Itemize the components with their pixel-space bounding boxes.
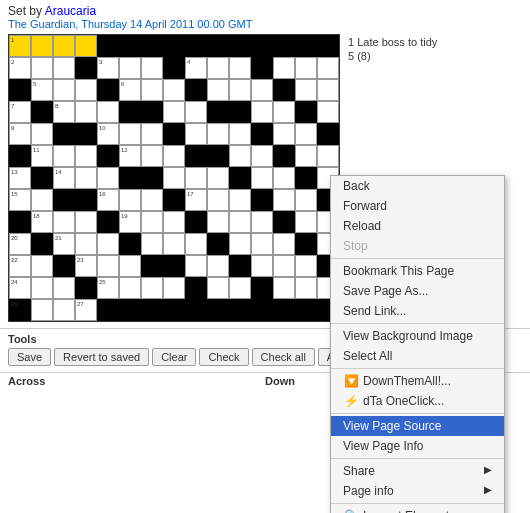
grid-cell-2-4[interactable] <box>97 79 119 101</box>
grid-cell-10-6[interactable] <box>141 255 163 277</box>
grid-cell-4-8[interactable] <box>185 123 207 145</box>
grid-cell-7-11[interactable] <box>251 189 273 211</box>
grid-cell-8-11[interactable] <box>251 211 273 233</box>
grid-cell-1-11[interactable] <box>251 57 273 79</box>
grid-cell-3-8[interactable] <box>185 101 207 123</box>
grid-cell-7-5[interactable] <box>119 189 141 211</box>
grid-cell-4-12[interactable] <box>273 123 295 145</box>
grid-cell-9-13[interactable] <box>295 233 317 255</box>
grid-cell-7-7[interactable] <box>163 189 185 211</box>
grid-cell-5-12[interactable] <box>273 145 295 167</box>
grid-cell-7-10[interactable] <box>229 189 251 211</box>
grid-cell-6-6[interactable] <box>141 167 163 189</box>
grid-cell-1-14[interactable] <box>317 57 339 79</box>
grid-cell-12-0[interactable]: 26 <box>9 299 31 321</box>
grid-cell-12-10[interactable] <box>229 299 251 321</box>
grid-cell-8-8[interactable] <box>185 211 207 233</box>
grid-cell-5-7[interactable] <box>163 145 185 167</box>
grid-cell-12-9[interactable] <box>207 299 229 321</box>
grid-cell-8-0[interactable] <box>9 211 31 233</box>
grid-cell-7-9[interactable] <box>207 189 229 211</box>
grid-cell-0-2[interactable] <box>53 35 75 57</box>
grid-cell-4-0[interactable]: 9 <box>9 123 31 145</box>
grid-cell-5-1[interactable]: 11 <box>31 145 53 167</box>
grid-cell-0-13[interactable] <box>295 35 317 57</box>
grid-cell-5-14[interactable] <box>317 145 339 167</box>
grid-cell-9-11[interactable] <box>251 233 273 255</box>
grid-cell-2-3[interactable] <box>75 79 97 101</box>
grid-cell-4-6[interactable] <box>141 123 163 145</box>
grid-cell-3-14[interactable] <box>317 101 339 123</box>
grid-cell-10-3[interactable]: 23 <box>75 255 97 277</box>
grid-cell-9-0[interactable]: 20 <box>9 233 31 255</box>
grid-cell-11-10[interactable] <box>229 277 251 299</box>
grid-cell-9-5[interactable] <box>119 233 141 255</box>
grid-cell-2-0[interactable] <box>9 79 31 101</box>
grid-cell-6-10[interactable] <box>229 167 251 189</box>
grid-cell-9-4[interactable] <box>97 233 119 255</box>
grid-cell-8-13[interactable] <box>295 211 317 233</box>
grid-cell-11-9[interactable] <box>207 277 229 299</box>
grid-cell-11-4[interactable]: 25 <box>97 277 119 299</box>
grid-cell-2-6[interactable] <box>141 79 163 101</box>
crossword-grid[interactable]: 1234567891011121314151617181920212223242… <box>8 34 340 322</box>
grid-cell-10-4[interactable] <box>97 255 119 277</box>
grid-cell-5-10[interactable] <box>229 145 251 167</box>
grid-cell-8-1[interactable]: 18 <box>31 211 53 233</box>
grid-cell-9-7[interactable] <box>163 233 185 255</box>
grid-cell-1-13[interactable] <box>295 57 317 79</box>
context-menu[interactable]: BackForwardReloadStopBookmark This PageS… <box>330 175 505 513</box>
grid-cell-3-5[interactable] <box>119 101 141 123</box>
grid-cell-1-1[interactable] <box>31 57 53 79</box>
grid-cell-3-11[interactable] <box>251 101 273 123</box>
grid-cell-0-4[interactable] <box>97 35 119 57</box>
grid-cell-3-4[interactable] <box>97 101 119 123</box>
grid-cell-9-3[interactable] <box>75 233 97 255</box>
ctx-item-select-all[interactable]: Select All <box>331 346 504 366</box>
grid-cell-11-3[interactable] <box>75 277 97 299</box>
grid-cell-4-3[interactable] <box>75 123 97 145</box>
grid-cell-7-12[interactable] <box>273 189 295 211</box>
grid-cell-9-2[interactable]: 21 <box>53 233 75 255</box>
grid-cell-12-7[interactable] <box>163 299 185 321</box>
grid-cell-3-9[interactable] <box>207 101 229 123</box>
grid-cell-8-9[interactable] <box>207 211 229 233</box>
grid-cell-10-11[interactable] <box>251 255 273 277</box>
grid-cell-10-10[interactable] <box>229 255 251 277</box>
grid-cell-7-2[interactable] <box>53 189 75 211</box>
grid-cell-7-3[interactable] <box>75 189 97 211</box>
grid-cell-8-5[interactable]: 19 <box>119 211 141 233</box>
grid-cell-12-12[interactable] <box>273 299 295 321</box>
grid-cell-6-2[interactable]: 14 <box>53 167 75 189</box>
grid-cell-4-14[interactable] <box>317 123 339 145</box>
grid-cell-4-11[interactable] <box>251 123 273 145</box>
grid-cell-3-0[interactable]: 7 <box>9 101 31 123</box>
grid-cell-11-0[interactable]: 24 <box>9 277 31 299</box>
grid-cell-3-10[interactable] <box>229 101 251 123</box>
grid-cell-10-13[interactable] <box>295 255 317 277</box>
ctx-item-view-info[interactable]: View Page Info <box>331 436 504 456</box>
grid-cell-12-4[interactable] <box>97 299 119 321</box>
grid-cell-2-11[interactable] <box>251 79 273 101</box>
grid-cell-6-5[interactable] <box>119 167 141 189</box>
grid-cell-3-2[interactable]: 8 <box>53 101 75 123</box>
grid-cell-12-3[interactable]: 27 <box>75 299 97 321</box>
grid-cell-0-9[interactable] <box>207 35 229 57</box>
grid-cell-2-13[interactable] <box>295 79 317 101</box>
grid-cell-12-6[interactable] <box>141 299 163 321</box>
grid-cell-11-8[interactable] <box>185 277 207 299</box>
grid-cell-6-4[interactable] <box>97 167 119 189</box>
grid-cell-0-8[interactable] <box>185 35 207 57</box>
ctx-item-page-info[interactable]: Page info <box>331 481 504 501</box>
grid-cell-8-7[interactable] <box>163 211 185 233</box>
grid-cell-3-12[interactable] <box>273 101 295 123</box>
grid-cell-2-1[interactable]: 5 <box>31 79 53 101</box>
grid-cell-10-0[interactable]: 22 <box>9 255 31 277</box>
grid-cell-1-2[interactable] <box>53 57 75 79</box>
grid-cell-1-3[interactable] <box>75 57 97 79</box>
grid-cell-10-7[interactable] <box>163 255 185 277</box>
grid-cell-9-9[interactable] <box>207 233 229 255</box>
grid-cell-8-3[interactable] <box>75 211 97 233</box>
grid-cell-7-4[interactable]: 16 <box>97 189 119 211</box>
author-link[interactable]: Araucaria <box>45 4 96 18</box>
